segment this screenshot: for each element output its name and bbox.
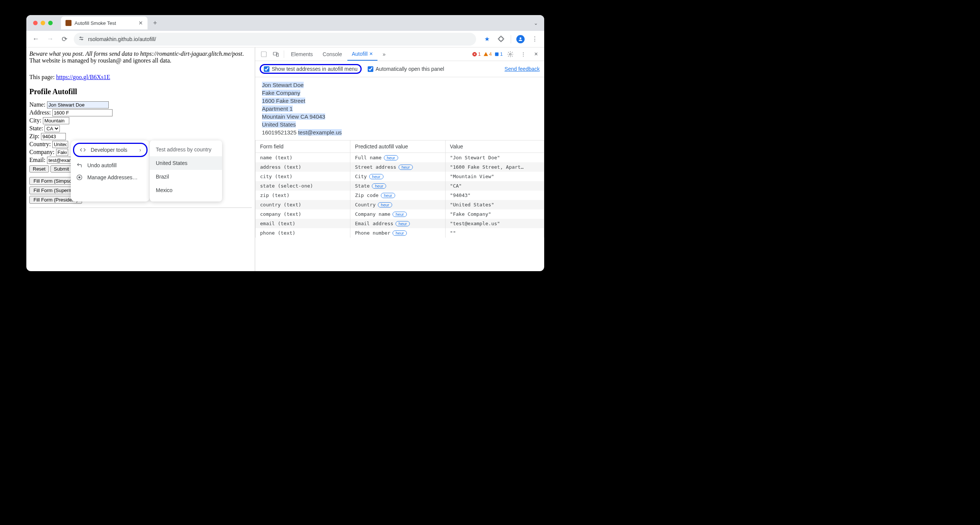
auto-open-checkbox[interactable]: Automatically open this panel [368,66,444,72]
errors-badge[interactable]: 1 [472,51,480,57]
address-name: Jon Stewart Doe [262,82,304,88]
this-page-line: This page: https://goo.gl/B6Xs1E [29,74,252,81]
cell-predicted: Company nameheur [350,209,445,219]
state-select[interactable]: CA [45,125,60,132]
devtools-settings-icon[interactable] [505,49,515,59]
th-value: Value [445,140,544,153]
name-label: Name: [29,101,46,108]
country-option-mexico[interactable]: Mexico [150,184,222,197]
reset-button[interactable]: Reset [29,165,49,172]
devtools-close-icon[interactable]: ✕ [531,49,541,59]
inspect-element-icon[interactable] [258,49,269,60]
toolbar: ← → ⟳ rsolomakhin.github.io/autofill/ ★ … [26,31,544,48]
chevron-right-icon: › [139,147,141,153]
address-apt: Apartment 1 [262,105,293,112]
web-page: Beware what you post. All forms send dat… [26,48,255,271]
cell-form-field: name (text) [256,153,350,163]
cell-value: "test@example.us" [445,219,544,228]
manage-addresses-item[interactable]: Manage Addresses… [71,171,150,184]
svg-rect-11 [495,53,498,56]
this-page-link[interactable]: https://goo.gl/B6Xs1E [56,74,110,80]
tab-autofill[interactable]: Autofill ✕ [347,48,377,61]
heur-badge: heur [399,164,413,170]
table-row[interactable]: address (text)Street addressheur"1600 Fa… [256,162,544,172]
cell-form-field: state (select-one) [256,181,350,191]
cell-value: "" [445,228,544,238]
chrome-menu-button[interactable]: ⋮ [528,33,541,46]
bookmark-star-icon[interactable]: ★ [480,33,493,46]
cell-predicted: Phone numberheur [350,228,445,238]
intro-text: Beware what you post. All forms send dat… [29,51,252,64]
issues-badge[interactable]: 1 [494,51,503,57]
country-input[interactable] [52,141,68,148]
table-row[interactable]: company (text)Company nameheur"Fake Comp… [256,209,544,219]
undo-autofill-item[interactable]: Undo autofill [71,159,150,171]
cell-predicted: Street addressheur [350,162,445,172]
profile-avatar[interactable] [514,33,527,46]
cell-value: "94043" [445,191,544,200]
name-input[interactable] [47,101,109,109]
cell-value: "Jon Stewart Doe" [445,153,544,163]
tab-console[interactable]: Console [318,48,346,61]
table-row[interactable]: zip (text)Zip codeheur"94043" [256,191,544,200]
tab-favicon [65,20,72,26]
cell-value: "Fake Company" [445,209,544,219]
reload-button[interactable]: ⟳ [58,33,71,46]
address-company: Fake Company [262,89,300,96]
device-toolbar-icon[interactable] [270,49,282,60]
test-address-submenu: Test address by country United States Br… [150,140,222,201]
cell-value: "United States" [445,200,544,209]
tab-overflow-button[interactable]: ⌄ [534,20,538,26]
show-test-addresses-checkbox[interactable]: Show test addresses in autofill menu [260,64,362,74]
svg-point-4 [520,37,522,39]
address-city-state-zip: Mountain View CA 94043 [262,113,325,120]
new-tab-button[interactable]: + [150,18,160,28]
undo-icon [76,162,83,168]
show-test-label: Show test addresses in autofill menu [272,66,358,72]
city-input[interactable] [43,117,69,124]
back-button[interactable]: ← [29,33,42,46]
tab-elements[interactable]: Elements [286,48,317,61]
maximize-window-button[interactable] [48,21,52,25]
country-option-brazil[interactable]: Brazil [150,170,222,184]
svg-point-12 [509,53,511,55]
minimize-window-button[interactable] [41,21,45,25]
th-predicted-value: Predicted autofill value [350,140,445,153]
browser-tab[interactable]: Autofill Smoke Test ✕ [61,17,148,29]
country-option-us[interactable]: United States [150,156,222,170]
address-input[interactable] [52,109,113,116]
table-row[interactable]: city (text)Cityheur"Mountain View" [256,172,544,181]
table-row[interactable]: country (text)Countryheur"United States" [256,200,544,209]
devtools-menu-icon[interactable]: ⋮ [518,49,528,59]
submenu-heading: Test address by country [150,145,222,156]
address-label: Address: [29,109,51,116]
cell-predicted: Cityheur [350,172,445,181]
forward-button[interactable]: → [44,33,56,46]
tab-overflow[interactable]: » [378,48,390,61]
table-row[interactable]: name (text)Full nameheur"Jon Stewart Doe… [256,153,544,163]
warnings-badge[interactable]: 4 [483,51,492,57]
address-bar[interactable]: rsolomakhin.github.io/autofill/ [74,33,476,46]
svg-point-2 [80,37,81,38]
table-row[interactable]: email (text)Email addressheur"test@examp… [256,219,544,228]
autofill-settings-bar: Show test addresses in autofill menu Aut… [255,61,544,77]
close-autofill-tab-icon[interactable]: ✕ [369,51,373,56]
table-row[interactable]: phone (text)Phone numberheur"" [256,228,544,238]
cell-predicted: Countryheur [350,200,445,209]
send-feedback-link[interactable]: Send feedback [505,66,540,72]
autofill-table: Form field Predicted autofill value Valu… [255,140,544,238]
submit-button[interactable]: Submit [51,165,72,172]
cell-value: "Mountain View" [445,172,544,181]
site-settings-icon[interactable] [78,35,84,43]
table-row[interactable]: state (select-one)Stateheur"CA" [256,181,544,191]
extensions-icon[interactable] [495,33,508,46]
close-tab-button[interactable]: ✕ [138,20,143,26]
heur-badge: heur [378,202,392,207]
cell-form-field: city (text) [256,172,350,181]
company-input[interactable] [56,149,68,156]
zip-input[interactable] [41,133,66,140]
close-window-button[interactable] [33,21,38,25]
zip-label: Zip: [29,133,40,139]
developer-tools-item[interactable]: Developer tools › [73,143,148,157]
svg-point-6 [78,176,80,178]
